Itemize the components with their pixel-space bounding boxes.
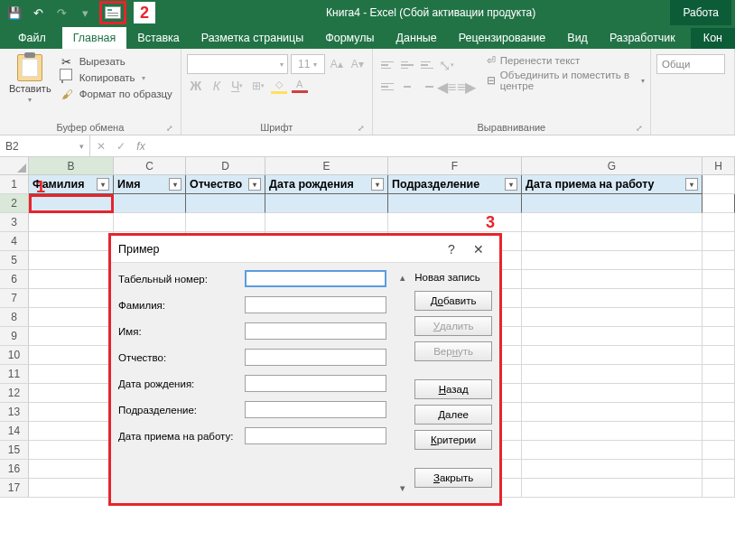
row-header[interactable]: 3 <box>0 213 29 232</box>
name-box[interactable]: B2▾ <box>0 135 90 156</box>
row-header[interactable]: 15 <box>0 441 29 460</box>
tab-review[interactable]: Рецензирование <box>448 28 557 49</box>
row-header[interactable]: 2 <box>0 194 29 213</box>
cell[interactable] <box>114 194 186 213</box>
cancel-icon[interactable]: ✕ <box>94 140 108 153</box>
row-header[interactable]: 10 <box>0 346 29 365</box>
cell[interactable] <box>29 384 114 403</box>
tabnum-input[interactable] <box>245 270 386 287</box>
tab-insert[interactable]: Вставка <box>126 28 190 49</box>
tab-data[interactable]: Данные <box>386 28 448 49</box>
cell[interactable] <box>186 194 265 213</box>
tab-layout[interactable]: Разметка страницы <box>191 28 314 49</box>
cell[interactable] <box>29 232 114 251</box>
col-header[interactable]: E <box>265 157 388 175</box>
copy-button[interactable]: Копировать▾ <box>59 70 175 85</box>
cell[interactable] <box>702 213 735 232</box>
col-header[interactable]: C <box>114 157 186 175</box>
cell[interactable] <box>702 194 735 213</box>
tab-view[interactable]: Вид <box>556 28 599 49</box>
paste-button[interactable]: Вставить ▾ <box>5 52 55 120</box>
close-icon[interactable]: ✕ <box>465 242 492 257</box>
criteria-button[interactable]: Критерии <box>414 430 492 450</box>
scroll-up-icon[interactable]: ▴ <box>400 272 405 284</box>
shrink-font-icon[interactable]: A▾ <box>349 55 367 73</box>
table-header-cell[interactable]: Дата приема на работу▾ <box>522 175 702 194</box>
cell[interactable] <box>186 213 265 232</box>
cell[interactable] <box>522 251 702 270</box>
cell[interactable] <box>29 479 114 498</box>
tab-formulas[interactable]: Формулы <box>314 28 385 49</box>
decrease-indent-icon[interactable]: ◀≡ <box>438 78 456 96</box>
align-center-icon[interactable] <box>398 78 416 96</box>
cell[interactable] <box>522 403 702 422</box>
cell[interactable] <box>702 308 735 327</box>
cell[interactable] <box>702 384 735 403</box>
wrap-text-button[interactable]: ⏎Перенести текст <box>487 54 645 67</box>
prev-button[interactable]: Назад <box>414 379 492 399</box>
row-header[interactable]: 14 <box>0 422 29 441</box>
cell[interactable] <box>522 441 702 460</box>
cell[interactable] <box>29 327 114 346</box>
row-header[interactable]: 8 <box>0 308 29 327</box>
fx-icon[interactable]: fx <box>134 140 148 153</box>
cell[interactable] <box>29 213 114 232</box>
table-header-cell[interactable]: Дата рождения▾ <box>265 175 388 194</box>
row-header[interactable]: 9 <box>0 327 29 346</box>
tab-developer[interactable]: Разработчик <box>599 28 686 49</box>
cell[interactable] <box>29 460 114 479</box>
table-header-cell[interactable]: Отчество▾ <box>186 175 265 194</box>
col-header[interactable]: H <box>702 157 735 175</box>
cell[interactable] <box>29 422 114 441</box>
tab-contextual[interactable]: Кон <box>691 28 735 49</box>
cell[interactable] <box>702 422 735 441</box>
cell[interactable] <box>114 213 186 232</box>
filter-icon[interactable]: ▾ <box>505 178 517 191</box>
font-color-button[interactable]: A <box>291 77 309 95</box>
cell[interactable] <box>702 270 735 289</box>
enter-icon[interactable]: ✓ <box>114 140 128 153</box>
font-name-combo[interactable]: ▾ <box>187 54 288 74</box>
cell[interactable] <box>702 365 735 384</box>
row-header[interactable]: 4 <box>0 232 29 251</box>
cell[interactable] <box>522 308 702 327</box>
cell[interactable] <box>388 194 522 213</box>
cell[interactable] <box>29 270 114 289</box>
cell[interactable] <box>702 346 735 365</box>
italic-button[interactable]: К <box>208 77 226 95</box>
cell[interactable] <box>522 289 702 308</box>
record-scrollbar[interactable]: ▴▾ <box>395 270 409 496</box>
row-header[interactable]: 12 <box>0 384 29 403</box>
active-cell[interactable] <box>29 194 114 213</box>
launcher-icon[interactable]: ⤢ <box>358 124 365 133</box>
cell[interactable] <box>522 479 702 498</box>
cell[interactable] <box>702 327 735 346</box>
department-input[interactable] <box>245 401 386 418</box>
format-painter-button[interactable]: 🖌Формат по образцу <box>59 87 175 101</box>
birthdate-input[interactable] <box>245 375 386 392</box>
help-icon[interactable]: ? <box>438 242 465 257</box>
table-header-cell[interactable]: Подразделение▾ <box>388 175 522 194</box>
cell[interactable] <box>702 289 735 308</box>
row-header[interactable]: 6 <box>0 270 29 289</box>
lastname-input[interactable] <box>245 296 386 313</box>
filter-icon[interactable]: ▾ <box>685 178 698 191</box>
align-left-icon[interactable] <box>378 78 396 96</box>
grow-font-icon[interactable]: A▴ <box>328 55 346 73</box>
cell[interactable] <box>522 365 702 384</box>
undo-icon[interactable]: ↶ <box>27 3 49 23</box>
cell[interactable] <box>29 308 114 327</box>
orientation-icon[interactable]: ⤡▾ <box>438 56 456 74</box>
row-header[interactable]: 16 <box>0 460 29 479</box>
align-top-icon[interactable] <box>378 56 396 74</box>
cell[interactable] <box>29 346 114 365</box>
row-header[interactable]: 1 <box>0 175 29 194</box>
row-header[interactable]: 5 <box>0 251 29 270</box>
fill-color-button[interactable]: ◇ <box>270 77 288 95</box>
font-size-combo[interactable]: 11▾ <box>291 54 325 74</box>
cell[interactable] <box>702 479 735 498</box>
cell[interactable] <box>702 251 735 270</box>
cell[interactable] <box>522 327 702 346</box>
bold-button[interactable]: Ж <box>187 77 205 95</box>
add-button[interactable]: Добавить <box>414 291 492 311</box>
